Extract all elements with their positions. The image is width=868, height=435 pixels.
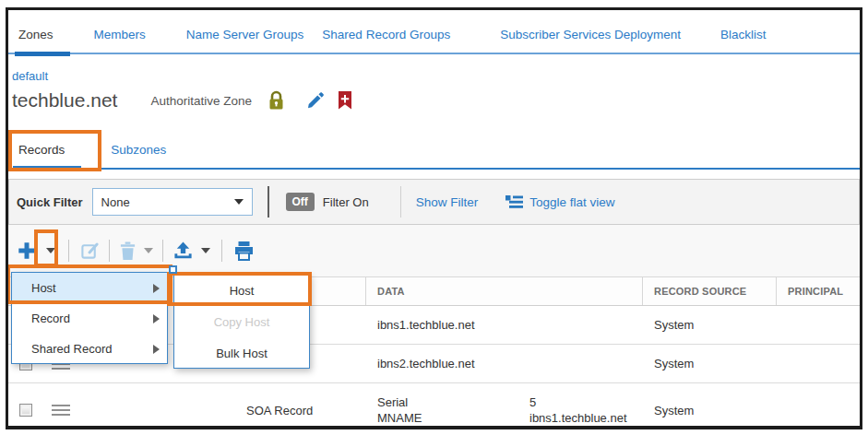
tab-subscriber-services-deployment[interactable]: Subscriber Services Deployment bbox=[500, 28, 681, 41]
add-context-menu: Host Record Shared Record bbox=[11, 272, 168, 364]
cell-record-source: System bbox=[643, 306, 777, 344]
edit-record-button-disabled[interactable] bbox=[80, 241, 100, 261]
sub-tab-bar: Records Subzones bbox=[8, 131, 860, 170]
filter-on-label: Filter On bbox=[323, 195, 369, 209]
cell-principal bbox=[777, 383, 860, 429]
add-record-dropdown-caret[interactable] bbox=[46, 248, 55, 253]
submenu-connector-notch bbox=[169, 265, 177, 274]
cell-data: ibns2.techblue.net bbox=[366, 345, 643, 382]
cell-record-source: System bbox=[643, 345, 777, 382]
delete-record-button-disabled[interactable] bbox=[119, 241, 137, 261]
drag-handle-icon[interactable] bbox=[52, 405, 70, 416]
records-toolbar bbox=[8, 225, 860, 276]
menu-item-host[interactable]: Host bbox=[12, 273, 167, 303]
breadcrumb[interactable]: default bbox=[12, 69, 48, 83]
app-window: Zones Members Name Server Groups Shared … bbox=[6, 7, 862, 429]
page-title: techblue.net bbox=[12, 89, 117, 112]
row-checkbox[interactable] bbox=[19, 404, 32, 417]
header-data[interactable]: DATA bbox=[366, 277, 643, 305]
table-row: SOA Record Serial5 MNAMEibns1.techblue.n… bbox=[8, 383, 860, 429]
caret-down-icon bbox=[234, 199, 244, 205]
add-record-button[interactable] bbox=[17, 241, 37, 261]
quick-filter-select[interactable]: None bbox=[92, 188, 253, 216]
cell-data: Serial5 MNAMEibns1.techblue.net bbox=[366, 383, 643, 429]
submenu-item-host[interactable]: Host bbox=[174, 275, 309, 306]
host-submenu: Host Copy Host Bulk Host bbox=[173, 274, 310, 369]
print-button[interactable] bbox=[233, 241, 255, 261]
divider bbox=[68, 240, 69, 262]
cell-principal bbox=[777, 345, 860, 382]
cell-data: ibns1.techblue.net bbox=[366, 306, 643, 344]
cell-record-source: System bbox=[643, 383, 777, 429]
cell-principal bbox=[777, 306, 860, 344]
cell-type: SOA Record bbox=[246, 383, 366, 429]
lock-icon bbox=[267, 90, 286, 111]
submenu-item-copy-host: Copy Host bbox=[174, 306, 309, 337]
menu-item-shared-record[interactable]: Shared Record bbox=[12, 334, 167, 364]
cell-name bbox=[84, 383, 246, 429]
bookmark-add-icon[interactable] bbox=[338, 91, 352, 110]
divider bbox=[109, 240, 110, 262]
submenu-item-bulk-host[interactable]: Bulk Host bbox=[174, 337, 309, 369]
menu-item-record[interactable]: Record bbox=[12, 303, 167, 334]
tab-blacklist[interactable]: Blacklist bbox=[720, 28, 767, 41]
zone-type-label: Authoritative Zone bbox=[150, 94, 252, 108]
divider bbox=[268, 186, 269, 218]
top-tab-bar: Zones Members Name Server Groups Shared … bbox=[8, 16, 860, 54]
toggle-flat-view-link[interactable]: Toggle flat view bbox=[529, 195, 614, 209]
tab-members[interactable]: Members bbox=[94, 28, 146, 41]
edit-zone-pencil-icon[interactable] bbox=[306, 91, 325, 110]
import-export-dropdown-caret[interactable] bbox=[201, 248, 210, 253]
tab-subzones[interactable]: Subzones bbox=[111, 143, 166, 157]
submenu-arrow-icon bbox=[153, 345, 160, 354]
divider bbox=[400, 186, 401, 218]
filter-off-toggle[interactable]: Off bbox=[286, 193, 315, 211]
header-principal[interactable]: PRINCIPAL bbox=[777, 277, 860, 305]
header-record-source[interactable]: RECORD SOURCE bbox=[643, 277, 777, 305]
tab-zones[interactable]: Zones bbox=[18, 28, 54, 41]
import-export-button[interactable] bbox=[172, 241, 194, 261]
tab-name-server-groups[interactable]: Name Server Groups bbox=[186, 28, 304, 41]
divider bbox=[221, 240, 222, 262]
tab-shared-record-groups[interactable]: Shared Record Groups bbox=[322, 28, 450, 41]
tab-records[interactable]: Records bbox=[18, 143, 65, 157]
flat-view-icon[interactable] bbox=[505, 194, 523, 209]
divider bbox=[162, 240, 163, 262]
quick-filter-selected-value: None bbox=[101, 195, 130, 209]
delete-dropdown-caret[interactable] bbox=[144, 248, 153, 253]
zone-title-row: techblue.net Authoritative Zone bbox=[12, 86, 352, 115]
submenu-arrow-icon bbox=[153, 284, 160, 293]
quick-filter-label: Quick Filter bbox=[17, 195, 83, 209]
quick-filter-bar: Quick Filter None Off Filter On Show Fil… bbox=[8, 179, 860, 225]
submenu-arrow-icon bbox=[153, 314, 160, 323]
show-filter-link[interactable]: Show Filter bbox=[416, 195, 479, 209]
